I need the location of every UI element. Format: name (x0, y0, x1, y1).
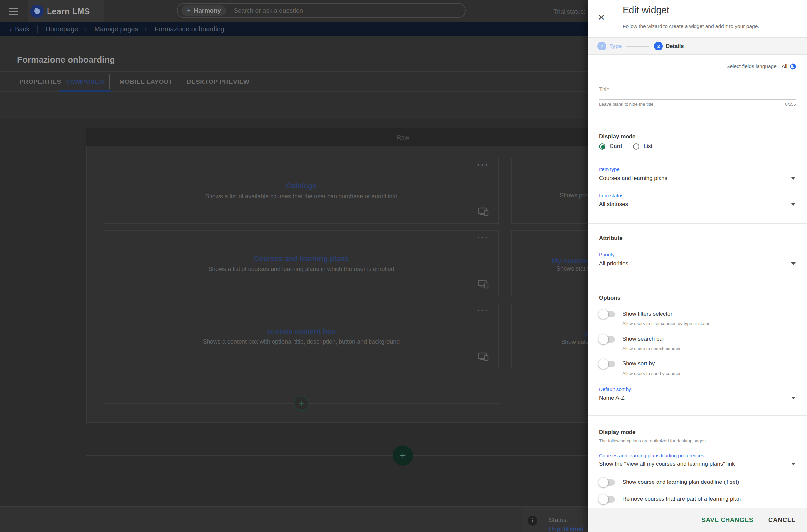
logo-icon (30, 5, 43, 18)
toggle-show-sort-desc: Allow users to sort by courses (622, 371, 681, 376)
loading-pref-select[interactable]: Show the "View all my courses and learni… (599, 461, 735, 467)
back-button[interactable]: Back (15, 25, 30, 33)
display-mode2-heading: Display mode (599, 429, 636, 436)
step-details-number: 2 (654, 42, 663, 51)
breadcrumb-separator: › (145, 26, 147, 33)
item-status-label: Item status (599, 193, 623, 198)
priority-label: Priority (599, 252, 615, 258)
section-divider (588, 415, 807, 416)
display-mode-heading: Display mode (599, 133, 636, 140)
toggle-show-filters-label[interactable]: Show filters selector (622, 310, 672, 317)
back-chevron-icon: ‹ (9, 25, 12, 33)
radio-card-label[interactable]: Card (610, 143, 622, 150)
toggle-show-deadline-label[interactable]: Show course and learning plan deadline (… (622, 479, 739, 486)
widget-card-courses[interactable]: ··· Courses and learning plans Shows a l… (104, 230, 499, 296)
attribute-heading: Attribute (599, 235, 622, 242)
fields-language-value[interactable]: All (782, 63, 787, 69)
widget-card-catalogs[interactable]: ··· Catalogs Shows a list of available c… (104, 158, 499, 224)
breadcrumb-divider (37, 25, 38, 33)
trial-status-label: Trial status: (553, 8, 585, 15)
fields-language-label: Select fields language (727, 63, 777, 69)
select-underline (599, 211, 796, 211)
app-window: Learn LMS ✦ Harmony Search or ask a ques… (0, 0, 807, 532)
breadcrumb-manage-pages[interactable]: Manage pages (94, 25, 138, 33)
chevron-down-icon[interactable] (791, 177, 796, 179)
chevron-down-icon[interactable] (791, 463, 796, 466)
toggle-show-filters-desc: Allow users to filter courses by type or… (622, 321, 710, 326)
title-input-underline (599, 99, 796, 100)
step-type-check-icon[interactable]: ✓ (597, 42, 607, 51)
add-row-button[interactable]: + (392, 445, 413, 466)
tab-desktop-preview[interactable]: DESKTOP PREVIEW (187, 72, 249, 92)
sparkle-icon: ✦ (187, 7, 191, 14)
edit-widget-panel: ✕ Edit widget Follow the wizard to creat… (588, 0, 807, 532)
devices-icon (478, 280, 489, 290)
step-connector (626, 46, 649, 46)
widget-card-custom-content[interactable]: ··· custom content box Shows a content b… (104, 303, 499, 369)
tab-properties[interactable]: PROPERTIES (19, 72, 61, 92)
item-type-select[interactable]: Courses and learning plans (599, 175, 668, 182)
harmony-assistant-chip[interactable]: ✦ Harmony (181, 5, 226, 16)
loading-pref-label: Courses and learning plans loading prefe… (599, 453, 705, 458)
panel-footer: SAVE CHANGES CANCEL (588, 508, 807, 532)
select-underline (599, 470, 796, 470)
title-char-counter: 0/255 (785, 102, 796, 107)
page-title: Formazione onboarding (17, 55, 115, 65)
chevron-down-icon[interactable] (791, 203, 796, 206)
add-widget-button[interactable]: + (294, 396, 309, 411)
search-placeholder: Search or ask a question (234, 7, 303, 14)
options-heading: Options (599, 295, 620, 301)
card-menu-icon[interactable]: ··· (477, 160, 489, 170)
step-details-label: Details (666, 43, 684, 49)
display-mode-radios: Card List (599, 143, 664, 150)
status-value-link[interactable]: Unpublished (549, 526, 584, 532)
title-helper-row: Leave blank to hide the title 0/255 (599, 102, 796, 107)
card-menu-icon[interactable]: ··· (477, 305, 489, 316)
toggle-show-search[interactable] (599, 336, 615, 343)
save-changes-button[interactable]: SAVE CHANGES (702, 516, 753, 524)
title-input[interactable]: Title (599, 87, 610, 93)
select-underline (599, 270, 796, 270)
default-sort-select[interactable]: Name A-Z (599, 395, 625, 401)
fields-language-row: Select fields language All (588, 62, 807, 71)
select-underline (599, 184, 796, 185)
toggle-remove-courses-label[interactable]: Remove courses that are part of a learni… (622, 496, 741, 502)
devices-icon (478, 207, 489, 217)
breadcrumb-current-page: Formazione onboarding (155, 25, 224, 33)
toggle-show-search-desc: Allow users to search courses (622, 346, 681, 351)
hamburger-menu-icon[interactable] (8, 7, 18, 15)
panel-title: Edit widget (622, 5, 669, 16)
close-icon[interactable]: ✕ (596, 12, 607, 23)
toggle-remove-courses[interactable] (599, 496, 615, 502)
global-search-input[interactable]: ✦ Harmony Search or ask a question (177, 3, 465, 18)
toggle-show-filters[interactable] (599, 311, 615, 318)
select-underline (599, 405, 796, 405)
toggle-show-search-label[interactable]: Show search bar (622, 336, 665, 342)
toggle-show-deadline[interactable] (599, 479, 615, 486)
section-divider (588, 282, 807, 282)
devices-icon (478, 352, 489, 363)
radio-list-label[interactable]: List (644, 143, 652, 150)
chevron-down-icon[interactable] (791, 262, 796, 265)
chevron-down-icon[interactable] (791, 397, 796, 399)
display-mode2-subtitle: The following options are optimized for … (599, 438, 706, 443)
radio-list[interactable] (633, 143, 639, 150)
radio-card[interactable] (599, 143, 606, 150)
card-menu-icon[interactable]: ··· (477, 233, 489, 243)
default-sort-label: Default sort by (599, 386, 631, 392)
step-type-label[interactable]: Type (609, 43, 621, 49)
priority-select[interactable]: All priorities (599, 260, 628, 267)
breadcrumb-separator: › (84, 26, 87, 33)
section-divider (588, 121, 807, 121)
tab-mobile-layout[interactable]: MOBILE LAYOUT (119, 72, 173, 92)
breadcrumb-homepage[interactable]: Homepage (45, 25, 78, 33)
cancel-button[interactable]: CANCEL (768, 516, 795, 524)
globe-icon[interactable] (790, 63, 796, 70)
wizard-steps: ✓ Type 2 Details (588, 37, 807, 55)
toggle-show-sort-label[interactable]: Show sort by (622, 360, 655, 367)
item-status-select[interactable]: All statuses (599, 201, 628, 208)
logo[interactable]: Learn LMS (28, 0, 104, 22)
toggle-show-sort[interactable] (599, 361, 615, 367)
tab-composer[interactable]: COMPOSER (66, 72, 104, 92)
panel-subtitle: Follow the wizard to create a widget and… (622, 23, 759, 30)
